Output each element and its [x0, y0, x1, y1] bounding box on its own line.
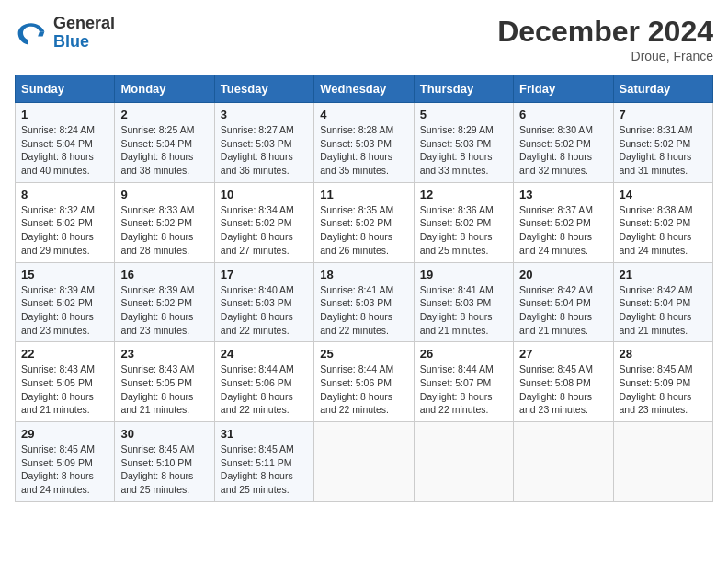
day-info: Sunrise: 8:39 AM Sunset: 5:02 PM Dayligh…	[120, 283, 208, 338]
header-saturday: Saturday	[613, 75, 712, 103]
calendar-cell	[314, 422, 414, 502]
logo: General Blue	[15, 15, 115, 52]
day-info: Sunrise: 8:37 AM Sunset: 5:02 PM Dayligh…	[519, 203, 607, 258]
calendar-cell	[414, 422, 513, 502]
day-info: Sunrise: 8:43 AM Sunset: 5:05 PM Dayligh…	[21, 362, 108, 417]
day-number: 17	[221, 268, 308, 282]
day-number: 31	[221, 427, 308, 441]
calendar-cell: 19 Sunrise: 8:41 AM Sunset: 5:03 PM Dayl…	[414, 262, 513, 342]
day-number: 8	[21, 188, 108, 201]
calendar-cell: 12 Sunrise: 8:36 AM Sunset: 5:02 PM Dayl…	[414, 182, 513, 262]
calendar-cell: 30 Sunrise: 8:45 AM Sunset: 5:10 PM Dayl…	[115, 422, 214, 502]
day-number: 30	[120, 427, 208, 441]
day-info: Sunrise: 8:40 AM Sunset: 5:03 PM Dayligh…	[221, 283, 308, 338]
calendar-cell: 1 Sunrise: 8:24 AM Sunset: 5:04 PM Dayli…	[16, 103, 115, 183]
header-friday: Friday	[514, 75, 613, 103]
calendar-cell: 21 Sunrise: 8:42 AM Sunset: 5:04 PM Dayl…	[613, 262, 712, 342]
calendar-cell: 9 Sunrise: 8:33 AM Sunset: 5:02 PM Dayli…	[115, 182, 214, 262]
calendar-cell: 22 Sunrise: 8:43 AM Sunset: 5:05 PM Dayl…	[16, 342, 115, 422]
location: Droue, France	[497, 49, 713, 63]
day-number: 5	[420, 108, 507, 121]
day-number: 9	[120, 188, 208, 201]
day-info: Sunrise: 8:29 AM Sunset: 5:03 PM Dayligh…	[420, 123, 507, 178]
header-tuesday: Tuesday	[214, 75, 313, 103]
day-number: 4	[320, 108, 407, 121]
day-info: Sunrise: 8:25 AM Sunset: 5:04 PM Dayligh…	[120, 123, 208, 178]
logo-blue: Blue	[53, 32, 89, 51]
day-number: 7	[620, 108, 707, 121]
day-info: Sunrise: 8:42 AM Sunset: 5:04 PM Dayligh…	[620, 283, 707, 338]
calendar-week-5: 29 Sunrise: 8:45 AM Sunset: 5:09 PM Dayl…	[16, 422, 713, 502]
day-info: Sunrise: 8:41 AM Sunset: 5:03 PM Dayligh…	[320, 283, 407, 338]
day-info: Sunrise: 8:45 AM Sunset: 5:11 PM Dayligh…	[221, 442, 308, 497]
day-info: Sunrise: 8:36 AM Sunset: 5:02 PM Dayligh…	[420, 203, 507, 258]
day-number: 13	[519, 188, 607, 201]
header-sunday: Sunday	[16, 75, 115, 103]
calendar-cell: 8 Sunrise: 8:32 AM Sunset: 5:02 PM Dayli…	[16, 182, 115, 262]
calendar-cell: 6 Sunrise: 8:30 AM Sunset: 5:02 PM Dayli…	[514, 103, 613, 183]
calendar-cell: 3 Sunrise: 8:27 AM Sunset: 5:03 PM Dayli…	[214, 103, 313, 183]
calendar-cell: 20 Sunrise: 8:42 AM Sunset: 5:04 PM Dayl…	[514, 262, 613, 342]
month-title: December 2024	[497, 15, 713, 49]
calendar-cell	[514, 422, 613, 502]
day-number: 16	[120, 268, 208, 282]
calendar-cell: 13 Sunrise: 8:37 AM Sunset: 5:02 PM Dayl…	[514, 182, 613, 262]
day-number: 19	[420, 268, 507, 282]
day-number: 29	[21, 427, 108, 441]
day-info: Sunrise: 8:45 AM Sunset: 5:09 PM Dayligh…	[620, 362, 707, 417]
calendar-cell: 18 Sunrise: 8:41 AM Sunset: 5:03 PM Dayl…	[314, 262, 414, 342]
day-number: 22	[21, 347, 108, 361]
day-info: Sunrise: 8:45 AM Sunset: 5:09 PM Dayligh…	[21, 442, 108, 497]
day-number: 12	[420, 188, 507, 201]
calendar-cell: 16 Sunrise: 8:39 AM Sunset: 5:02 PM Dayl…	[115, 262, 214, 342]
calendar-cell: 31 Sunrise: 8:45 AM Sunset: 5:11 PM Dayl…	[214, 422, 313, 502]
day-info: Sunrise: 8:44 AM Sunset: 5:07 PM Dayligh…	[420, 362, 507, 417]
day-info: Sunrise: 8:45 AM Sunset: 5:10 PM Dayligh…	[120, 442, 208, 497]
calendar-cell: 27 Sunrise: 8:45 AM Sunset: 5:08 PM Dayl…	[514, 342, 613, 422]
calendar-cell	[613, 422, 712, 502]
title-block: December 2024 Droue, France	[497, 15, 713, 63]
day-info: Sunrise: 8:41 AM Sunset: 5:03 PM Dayligh…	[420, 283, 507, 338]
header-monday: Monday	[115, 75, 214, 103]
day-number: 14	[620, 188, 707, 201]
day-info: Sunrise: 8:38 AM Sunset: 5:02 PM Dayligh…	[620, 203, 707, 258]
day-number: 23	[120, 347, 208, 361]
calendar-cell: 14 Sunrise: 8:38 AM Sunset: 5:02 PM Dayl…	[613, 182, 712, 262]
day-info: Sunrise: 8:31 AM Sunset: 5:02 PM Dayligh…	[620, 123, 707, 178]
calendar-week-1: 1 Sunrise: 8:24 AM Sunset: 5:04 PM Dayli…	[16, 103, 713, 183]
day-info: Sunrise: 8:43 AM Sunset: 5:05 PM Dayligh…	[120, 362, 208, 417]
calendar-cell: 2 Sunrise: 8:25 AM Sunset: 5:04 PM Dayli…	[115, 103, 214, 183]
day-info: Sunrise: 8:44 AM Sunset: 5:06 PM Dayligh…	[221, 362, 308, 417]
calendar-cell: 17 Sunrise: 8:40 AM Sunset: 5:03 PM Dayl…	[214, 262, 313, 342]
day-number: 27	[519, 347, 607, 361]
logo-text: General Blue	[53, 15, 115, 52]
day-number: 28	[620, 347, 707, 361]
day-info: Sunrise: 8:35 AM Sunset: 5:02 PM Dayligh…	[320, 203, 407, 258]
page-header: General Blue December 2024 Droue, France	[15, 15, 713, 63]
day-info: Sunrise: 8:45 AM Sunset: 5:08 PM Dayligh…	[519, 362, 607, 417]
day-info: Sunrise: 8:34 AM Sunset: 5:02 PM Dayligh…	[221, 203, 308, 258]
day-number: 26	[420, 347, 507, 361]
day-info: Sunrise: 8:33 AM Sunset: 5:02 PM Dayligh…	[120, 203, 208, 258]
calendar-cell: 10 Sunrise: 8:34 AM Sunset: 5:02 PM Dayl…	[214, 182, 313, 262]
calendar-week-3: 15 Sunrise: 8:39 AM Sunset: 5:02 PM Dayl…	[16, 262, 713, 342]
day-info: Sunrise: 8:28 AM Sunset: 5:03 PM Dayligh…	[320, 123, 407, 178]
day-info: Sunrise: 8:42 AM Sunset: 5:04 PM Dayligh…	[519, 283, 607, 338]
calendar-cell: 26 Sunrise: 8:44 AM Sunset: 5:07 PM Dayl…	[414, 342, 513, 422]
logo-icon	[15, 17, 48, 50]
calendar-cell: 25 Sunrise: 8:44 AM Sunset: 5:06 PM Dayl…	[314, 342, 414, 422]
day-info: Sunrise: 8:24 AM Sunset: 5:04 PM Dayligh…	[21, 123, 108, 178]
day-number: 20	[519, 268, 607, 282]
day-number: 6	[519, 108, 607, 121]
calendar-cell: 7 Sunrise: 8:31 AM Sunset: 5:02 PM Dayli…	[613, 103, 712, 183]
day-number: 2	[120, 108, 208, 121]
calendar-cell: 15 Sunrise: 8:39 AM Sunset: 5:02 PM Dayl…	[16, 262, 115, 342]
day-number: 24	[221, 347, 308, 361]
day-number: 18	[320, 268, 407, 282]
day-info: Sunrise: 8:44 AM Sunset: 5:06 PM Dayligh…	[320, 362, 407, 417]
calendar-cell: 24 Sunrise: 8:44 AM Sunset: 5:06 PM Dayl…	[214, 342, 313, 422]
calendar-cell: 11 Sunrise: 8:35 AM Sunset: 5:02 PM Dayl…	[314, 182, 414, 262]
day-number: 3	[221, 108, 308, 121]
calendar-cell: 29 Sunrise: 8:45 AM Sunset: 5:09 PM Dayl…	[16, 422, 115, 502]
calendar-week-4: 22 Sunrise: 8:43 AM Sunset: 5:05 PM Dayl…	[16, 342, 713, 422]
